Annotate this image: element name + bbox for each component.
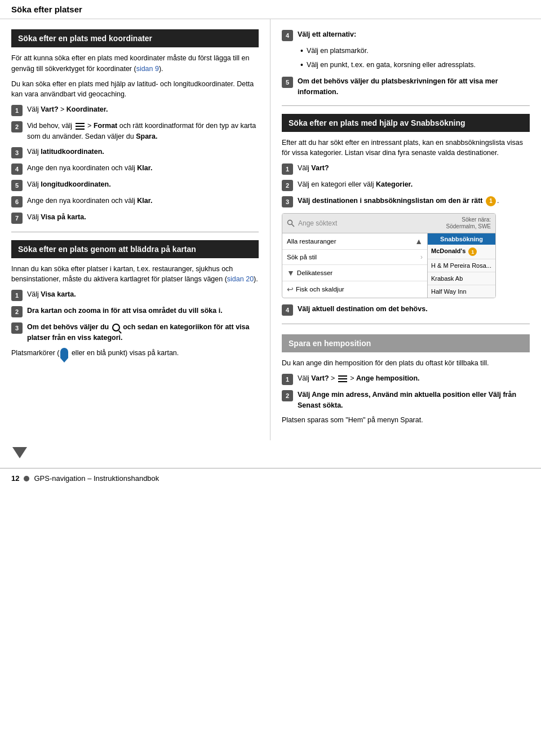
widget-right-item-1: H & M Pereira Rosa... bbox=[428, 259, 495, 272]
widget-soker-box: Söker nära: Södermalm, SWE bbox=[446, 216, 491, 230]
widget-item-fisk: ↩ Fisk och skaldjur bbox=[282, 281, 427, 297]
step-2-snabb: 2 Välj en kategori eller välj Kategorier… bbox=[282, 179, 530, 191]
page-title: Söka efter platser bbox=[0, 0, 541, 19]
step-num-3: 3 bbox=[11, 147, 23, 158]
section-koordinater: Söka efter en plats med koordinater För … bbox=[11, 29, 259, 224]
step-text-7: Välj Visa på karta. bbox=[27, 212, 259, 223]
step-num-5: 5 bbox=[11, 180, 23, 191]
menu-icon-hem bbox=[338, 375, 347, 382]
snabb-widget: Ange söktext Söker nära: Södermalm, SWE … bbox=[282, 213, 496, 298]
widget-search-input: Ange söktext bbox=[298, 219, 442, 227]
step-num-s4: 4 bbox=[282, 304, 293, 316]
step-4-right: 4 Välj ett alternativ: • Välj en platsma… bbox=[282, 29, 530, 70]
bullet-2: • Välj en punkt, t.ex. en gata, korsning… bbox=[298, 60, 530, 71]
step-text-b2: Dra kartan och zooma in för att visa omr… bbox=[27, 306, 259, 316]
arrow-up-icon: ▲ bbox=[415, 237, 423, 246]
section-intro1: För att kunna söka efter en plats med ko… bbox=[11, 53, 259, 74]
step-7-koordinater: 7 Välj Visa på karta. bbox=[11, 212, 259, 224]
section-hemposition: Spara en hemposition Du kan ange din hem… bbox=[282, 334, 530, 426]
step-num-s2: 2 bbox=[282, 180, 293, 191]
step-num-6: 6 bbox=[11, 196, 23, 207]
widget-search-icon bbox=[287, 219, 295, 227]
step-text-6: Ange den nya koordinaten och välj Klar. bbox=[27, 196, 259, 206]
svg-marker-2 bbox=[12, 447, 27, 458]
page-number: 12 bbox=[11, 474, 19, 483]
left-column: Söka efter en plats med koordinater För … bbox=[0, 19, 270, 440]
return-icon: ↩ bbox=[287, 285, 294, 294]
step-2-bladddra: 2 Dra kartan och zooma in för att visa o… bbox=[11, 306, 259, 317]
widget-right-header: Snabbsökning bbox=[428, 233, 495, 245]
section-header-snabb: Söka efter en plats med hjälp av Snabbsö… bbox=[282, 114, 530, 132]
step-text-s1: Välj Vart? bbox=[298, 163, 530, 174]
widget-right-item-3: Half Way Inn bbox=[428, 285, 495, 298]
step-text-s2: Välj en kategori eller välj Kategorier. bbox=[298, 179, 530, 190]
step-1-hem: 1 Välj Vart? > > Ange hemposition. bbox=[282, 373, 530, 385]
step-2-hem: 2 Välj Ange min adress, Använd min aktue… bbox=[282, 390, 530, 411]
marker-icon bbox=[60, 348, 68, 358]
chevron-right-icon: › bbox=[420, 253, 423, 261]
step-num-7: 7 bbox=[11, 213, 23, 224]
step-text-b1: Välj Visa karta. bbox=[27, 289, 259, 300]
bladddra-note: Platsmarkörer ( eller en blå punkt) visa… bbox=[11, 348, 259, 359]
section-header-koordinater: Söka efter en plats med koordinater bbox=[11, 29, 259, 47]
step-3-koordinater: 3 Välj latitudkoordinaten. bbox=[11, 147, 259, 158]
section-snabbsokning: Söka efter en plats med hjälp av Snabbsö… bbox=[282, 114, 530, 316]
circle-num-1: 1 bbox=[486, 196, 496, 206]
step-4-snabb: 4 Välj aktuell destination om det behövs… bbox=[282, 304, 530, 316]
step-text-h1: Välj Vart? > > Ange hemposition. bbox=[298, 373, 530, 384]
svg-point-0 bbox=[288, 220, 292, 225]
section-header-bladddra: Söka efter en plats genom att bläddra på… bbox=[11, 240, 259, 258]
hem-intro: Du kan ange din hemposition för den plat… bbox=[282, 358, 530, 369]
step-1-snabb: 1 Välj Vart? bbox=[282, 163, 530, 175]
widget-item-delikatess: ▼ Delikatesser bbox=[282, 265, 427, 281]
step-2-koordinater: 2 Vid behov, välj > Format och rätt koor… bbox=[11, 121, 259, 142]
bullet-1: • Välj en platsmarkör. bbox=[298, 46, 530, 57]
step-1-koordinater: 1 Välj Vart? > Koordinater. bbox=[11, 104, 259, 116]
step-text-s4: Välj aktuell destination om det behövs. bbox=[298, 304, 530, 315]
step-text-3: Välj latitudkoordinaten. bbox=[27, 147, 259, 157]
step-4-bullets: • Välj en platsmarkör. • Välj en punkt, … bbox=[282, 46, 530, 70]
step-6-koordinater: 6 Ange den nya koordinaten och välj Klar… bbox=[11, 196, 259, 207]
step-num-1: 1 bbox=[11, 105, 23, 116]
widget-right-item-2: Krabask Ab bbox=[428, 272, 495, 285]
step-text-s3: Välj destinationen i snabbsökningslistan… bbox=[298, 196, 530, 206]
bottom-arrow-icon bbox=[11, 443, 28, 459]
step-text-h2: Välj Ange min adress, Använd min aktuell… bbox=[298, 390, 530, 411]
step-num-s3: 3 bbox=[282, 196, 293, 207]
step-num-r4: 4 bbox=[282, 30, 293, 41]
step-1-bladddra: 1 Välj Visa karta. bbox=[11, 289, 259, 301]
widget-item-all: Alla restauranger ▲ bbox=[282, 233, 427, 250]
widget-right: Snabbsökning McDonald's 1 H & M Pereira … bbox=[428, 233, 495, 298]
step-num-b2: 2 bbox=[11, 306, 23, 317]
widget-left: Alla restauranger ▲ Sök på stil › ▼ Deli… bbox=[282, 233, 428, 298]
widget-item-stil: Sök på stil › bbox=[282, 250, 427, 265]
step-text-1: Välj Vart? > Koordinater. bbox=[27, 104, 259, 115]
search-icon bbox=[112, 324, 120, 331]
section-intro2: Du kan söka efter en plats med hjälp av … bbox=[11, 79, 259, 100]
svg-line-1 bbox=[292, 224, 295, 227]
step-5-right: 5 Om det behövs väljer du platsbeskrivni… bbox=[282, 76, 530, 98]
snabb-intro: Efter att du har sökt efter en intressan… bbox=[282, 138, 530, 159]
arrow-down-icon: ▼ bbox=[287, 268, 295, 277]
section-header-hem: Spara en hemposition bbox=[282, 334, 530, 352]
step-num-h2: 2 bbox=[282, 390, 293, 401]
step-num-4: 4 bbox=[11, 163, 23, 175]
step-text-2: Vid behov, välj > Format och rätt koordi… bbox=[27, 121, 259, 142]
footer-text: GPS-navigation – Instruktionshandbok bbox=[34, 474, 159, 483]
step-4-koordinater: 4 Ange den nya koordinaten och välj Klar… bbox=[11, 163, 259, 175]
section2-intro: Innan du kan söka efter platser i kartan… bbox=[11, 264, 259, 285]
footer-dot bbox=[24, 476, 29, 481]
step-num-h1: 1 bbox=[282, 374, 293, 385]
step-num-r5: 5 bbox=[282, 77, 293, 88]
step-text-4: Ange den nya koordinaten och välj Klar. bbox=[27, 163, 259, 174]
step-num-2: 2 bbox=[11, 121, 23, 132]
step-4-alt-row: 4 Välj ett alternativ: bbox=[282, 29, 530, 41]
step-text-5: Välj longitudkoordinaten. bbox=[27, 179, 259, 190]
widget-right-item-0: McDonald's 1 bbox=[428, 245, 495, 259]
step-text-r4: Välj ett alternativ: bbox=[298, 29, 530, 40]
hem-note: Platsen sparas som "Hem" på menyn Sparat… bbox=[282, 415, 530, 426]
step-text-b3: Om det behövs väljer du och sedan en kat… bbox=[27, 322, 259, 343]
step-3-snabb: 3 Välj destinationen i snabbsökningslist… bbox=[282, 196, 530, 207]
menu-icon bbox=[76, 123, 85, 130]
step-num-b1: 1 bbox=[11, 290, 23, 301]
